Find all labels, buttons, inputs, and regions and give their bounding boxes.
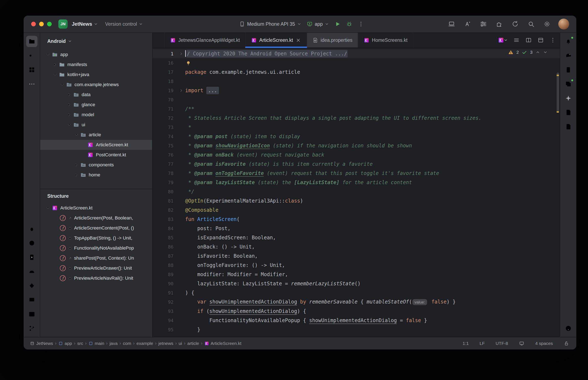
app-quality-insights-icon[interactable] — [26, 280, 38, 291]
chevron-down-icon[interactable] — [44, 51, 51, 58]
indent-setting[interactable]: 4 spaces — [535, 341, 553, 346]
notifications-icon[interactable] — [563, 36, 574, 47]
structure-item[interactable]: fFunctionalityNotAvailablePop — [40, 243, 152, 253]
terminal-icon[interactable] — [26, 308, 38, 320]
device-manager-icon[interactable] — [563, 64, 574, 76]
project-menu[interactable]: JetNews — [72, 21, 98, 27]
code-line-19[interactable]: 19import ... — [153, 86, 560, 95]
chevron-down-icon[interactable] — [51, 71, 59, 78]
layout-inspector-icon[interactable] — [563, 107, 574, 118]
code-line-71[interactable]: 71/** — [153, 104, 560, 114]
breadcrumb-item-example[interactable]: example — [136, 341, 153, 346]
device-streaming-icon[interactable] — [563, 78, 574, 90]
code-line-91[interactable]: 91) { — [153, 288, 560, 297]
structure-item[interactable]: fArticleScreenContent(Post, () — [40, 223, 152, 233]
editor-list-icon[interactable] — [513, 37, 520, 43]
scrollbar-thumb[interactable] — [557, 73, 559, 112]
line-number[interactable]: 16 — [153, 60, 177, 66]
editor-status-icon[interactable] — [519, 341, 524, 346]
device-mirroring-icon[interactable] — [447, 19, 456, 29]
project-view-selector[interactable]: Android — [40, 33, 152, 50]
code-line-76[interactable]: 76 * @param onBack (event) request navig… — [153, 150, 560, 159]
code-line-85[interactable]: 85 isExpandedScreen: Boolean, — [153, 233, 560, 242]
chevron-right-icon[interactable] — [73, 171, 80, 178]
search-icon[interactable] — [527, 19, 536, 29]
code-line-72[interactable]: 72 * Stateless Article Screen that displ… — [153, 114, 560, 123]
chevron-right-icon[interactable] — [66, 91, 73, 98]
code-line-74[interactable]: 74 * @param post (state) item to display — [153, 132, 560, 141]
fold-toggle-icon[interactable] — [177, 88, 185, 93]
project-tree-item-com-example-jetnews[interactable]: com.example.jetnews — [40, 80, 152, 90]
editor-layout-icon[interactable] — [538, 37, 544, 43]
line-number[interactable]: 84 — [153, 226, 177, 231]
structure-root-item[interactable]: ArticleScreen.kt — [40, 203, 152, 213]
project-tree-item-home[interactable]: home — [40, 170, 152, 180]
assistant-icon[interactable] — [463, 19, 472, 29]
project-tree-item-postcontent-kt[interactable]: PostContent.kt — [40, 150, 152, 160]
split-editor-icon[interactable] — [526, 37, 532, 43]
kotlin-file-dropdown-icon[interactable] — [498, 37, 507, 43]
line-number[interactable]: 89 — [153, 272, 177, 277]
intention-bulb-icon[interactable] — [185, 60, 191, 66]
code-line-92[interactable]: 92 var showUnimplementedActionDialog by … — [153, 297, 560, 307]
line-number[interactable]: 70 — [153, 97, 177, 102]
code-line-94[interactable]: 94 FunctionalityNotAvailablePopup { show… — [153, 316, 560, 325]
warning-stripe-mark[interactable] — [557, 111, 559, 113]
problems-icon[interactable] — [563, 323, 574, 334]
line-number[interactable]: 95 — [153, 327, 177, 332]
caret-position[interactable]: 1:1 — [463, 341, 469, 346]
avatar[interactable] — [558, 19, 569, 29]
code-line-78[interactable]: 78 * @param onToggleFavorite (event) req… — [153, 169, 560, 178]
editor-tab-homescreens-kt[interactable]: HomeScreens.kt — [358, 33, 413, 47]
code-line-90[interactable]: 90 lazyListState: LazyListState = rememb… — [153, 279, 560, 288]
line-number[interactable]: 19 — [153, 88, 177, 93]
device-explorer-icon[interactable] — [26, 294, 38, 305]
breadcrumb-item-java[interactable]: java — [109, 341, 118, 346]
editor-tab-jetnewsglanceappwidget-kt[interactable]: JetnewsGlanceAppWidget.kt — [164, 33, 246, 47]
breadcrumb-item-jetnews[interactable]: JetNews — [30, 341, 53, 346]
line-number[interactable]: 17 — [153, 70, 177, 75]
code-line-89[interactable]: 89 modifier: Modifier = Modifier, — [153, 270, 560, 279]
breadcrumb-item-com[interactable]: com — [123, 341, 131, 346]
line-number[interactable]: 79 — [153, 180, 177, 185]
commit-icon[interactable] — [26, 50, 38, 61]
code-line-1[interactable]: 1/ Copyright 2020 The Android Open Sourc… — [153, 49, 560, 58]
code-line-70[interactable]: 70 — [153, 95, 560, 104]
project-tree-item-article[interactable]: article — [40, 130, 152, 140]
editor-tab-idea-properties[interactable]: idea.properties — [307, 33, 358, 47]
code-line-79[interactable]: 79 * @param lazyListState (state) the [L… — [153, 178, 560, 187]
warning-stripe-mark[interactable] — [557, 75, 559, 76]
profiler-icon[interactable] — [26, 266, 38, 277]
chevron-down-icon[interactable] — [59, 81, 66, 88]
more-actions-icon[interactable] — [358, 21, 364, 27]
line-number[interactable]: 77 — [153, 162, 177, 167]
line-number[interactable]: 87 — [153, 254, 177, 259]
project-tree-item-app[interactable]: app — [40, 50, 152, 59]
chevron-down-icon[interactable] — [44, 204, 51, 211]
editor-scrollbar[interactable] — [556, 48, 559, 337]
line-separator[interactable]: LF — [480, 341, 485, 346]
project-tree-item-ui[interactable]: ui — [40, 120, 152, 130]
code-line-86[interactable]: 86 onBack: () -> Unit, — [153, 242, 560, 251]
line-number[interactable]: 81 — [153, 198, 177, 204]
code-line-84[interactable]: 84 post: Post, — [153, 224, 560, 233]
breadcrumb-item-app[interactable]: app — [58, 341, 72, 346]
line-number[interactable]: 72 — [153, 115, 177, 121]
code-line-87[interactable]: 87 isFavorite: Boolean, — [153, 251, 560, 261]
breadcrumb-item-main[interactable]: main — [88, 341, 104, 346]
breadcrumb-item-articlescreen-kt[interactable]: ArticleScreen.kt — [204, 341, 242, 346]
line-number[interactable]: 83 — [153, 217, 177, 222]
code-line-95[interactable]: 95 } — [153, 325, 560, 334]
code-line-73[interactable]: 73 * — [153, 123, 560, 132]
line-number[interactable]: 85 — [153, 235, 177, 240]
chevron-right-icon[interactable] — [51, 61, 59, 68]
line-number[interactable]: 18 — [153, 79, 177, 84]
line-number[interactable]: 94 — [153, 318, 177, 323]
line-number[interactable]: 1 — [153, 51, 177, 57]
more-tool-windows-icon[interactable] — [26, 78, 38, 90]
line-number[interactable]: 76 — [153, 152, 177, 158]
prev-problem-icon[interactable] — [535, 50, 540, 55]
settings-icon[interactable] — [542, 19, 552, 29]
project-tree-item-manifests[interactable]: manifests — [40, 59, 152, 70]
structure-item[interactable]: fPreviewArticleDrawer(): Unit — [40, 263, 152, 273]
